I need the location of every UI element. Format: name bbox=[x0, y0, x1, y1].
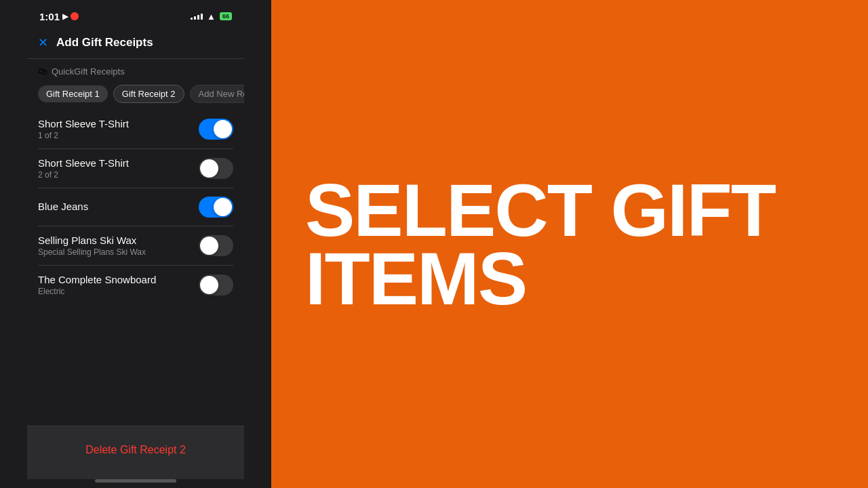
item-sub: Special Selling Plans Ski Wax bbox=[38, 247, 146, 257]
item-sub: 1 of 2 bbox=[38, 131, 129, 140]
item-name: Selling Plans Ski Wax bbox=[38, 235, 146, 246]
time-text: 1:01 bbox=[39, 11, 60, 22]
items-list: Short Sleeve T-Shirt 1 of 2 Short Sleeve… bbox=[27, 110, 244, 426]
tabs-row: Gift Receipt 1 Gift Receipt 2 Add New Re… bbox=[27, 81, 244, 110]
close-button[interactable]: ✕ bbox=[38, 35, 48, 50]
section-label: 🛍 QuickGift Receipts bbox=[27, 59, 244, 81]
header: ✕ Add Gift Receipts bbox=[27, 30, 244, 59]
list-item: Blue Jeans bbox=[38, 188, 233, 226]
tab-add-new[interactable]: Add New Re... bbox=[190, 85, 244, 103]
hero-area: SELECT GIFT ITEMS bbox=[271, 0, 868, 488]
item-name: Blue Jeans bbox=[38, 201, 88, 212]
toggle-item-1[interactable] bbox=[199, 158, 233, 179]
status-time: 1:01 ▶ bbox=[39, 11, 79, 22]
location-arrow-icon: ▶ bbox=[62, 12, 68, 21]
signal-icon bbox=[191, 14, 203, 20]
page-title: Add Gift Receipts bbox=[56, 36, 153, 49]
toggle-item-4[interactable] bbox=[199, 274, 233, 296]
list-item: Selling Plans Ski Wax Special Selling Pl… bbox=[38, 226, 233, 266]
recording-indicator bbox=[71, 12, 79, 20]
battery-indicator: 66 bbox=[220, 12, 232, 20]
list-item: Short Sleeve T-Shirt 1 of 2 bbox=[38, 110, 233, 149]
hero-text: SELECT GIFT ITEMS bbox=[305, 176, 775, 312]
phone-mockup: 1:01 ▶ ▲ 66 ✕ Add Gift Receipts 🛍 bbox=[0, 0, 271, 488]
item-sub: Electric bbox=[38, 287, 156, 296]
item-name: Short Sleeve T-Shirt bbox=[38, 118, 129, 129]
toggle-item-3[interactable] bbox=[199, 235, 233, 256]
tab-gift-receipt-2[interactable]: Gift Receipt 2 bbox=[113, 85, 184, 103]
item-name: The Complete Snowboard bbox=[38, 274, 156, 285]
section-name-text: QuickGift Receipts bbox=[52, 66, 125, 77]
home-indicator bbox=[27, 479, 244, 488]
tab-gift-receipt-1[interactable]: Gift Receipt 1 bbox=[38, 85, 108, 102]
item-sub: 2 of 2 bbox=[38, 170, 129, 180]
bottom-action-area: Delete Gift Receipt 2 bbox=[27, 426, 244, 479]
hero-line1: SELECT GIFT bbox=[305, 176, 775, 244]
toggle-item-0[interactable] bbox=[199, 119, 233, 140]
toggle-item-2[interactable] bbox=[199, 197, 233, 218]
item-name: Short Sleeve T-Shirt bbox=[38, 157, 129, 169]
phone-frame: 1:01 ▶ ▲ 66 ✕ Add Gift Receipts 🛍 bbox=[27, 0, 244, 488]
status-bar: 1:01 ▶ ▲ 66 bbox=[27, 0, 244, 30]
status-icons: ▲ 66 bbox=[191, 12, 232, 22]
list-item: The Complete Snowboard Electric bbox=[38, 266, 233, 304]
section-icon: 🛍 bbox=[38, 66, 47, 77]
list-item: Short Sleeve T-Shirt 2 of 2 bbox=[38, 149, 233, 188]
hero-line2: ITEMS bbox=[305, 244, 775, 312]
delete-button[interactable]: Delete Gift Receipt 2 bbox=[38, 434, 233, 466]
wifi-icon: ▲ bbox=[207, 12, 216, 22]
